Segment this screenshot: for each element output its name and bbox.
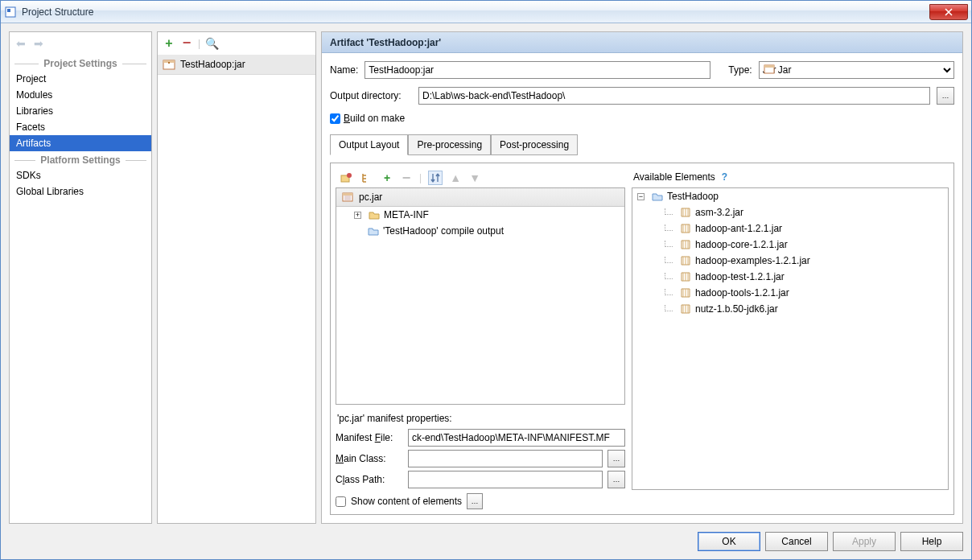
nav-modules[interactable]: Modules [10,87,151,103]
nav-libraries[interactable]: Libraries [10,103,151,119]
expand-icon[interactable]: + [354,212,361,219]
available-lib-item[interactable]: hadoop-tools-1.2.1.jar [632,285,948,301]
available-root[interactable]: − TestHadoop [632,188,948,204]
library-icon [679,238,692,251]
available-elements-tree[interactable]: − TestHadoop asm-3.2.jarhadoop-ant-1.2.1… [632,187,949,490]
add-element-icon[interactable]: + [381,171,393,184]
main-class-input[interactable] [408,450,603,467]
build-on-make-label: BBuild on makeuild on make [344,113,405,124]
library-icon [679,206,692,219]
tree-root-label: pc.jar [359,191,382,203]
available-lib-label: asm-3.2.jar [695,207,743,218]
library-icon [679,286,692,299]
show-content-label: Show content of elements [351,496,462,507]
layout-toolbar: + − | ▲ ▼ [336,168,625,187]
nav-artifacts[interactable]: Artifacts [10,135,151,151]
dialog-buttons: OK Cancel Apply Help [9,530,963,551]
show-content-config-button[interactable]: … [467,493,483,509]
titlebar: Project Structure [1,1,971,23]
collapse-icon[interactable]: − [637,193,645,200]
remove-element-icon[interactable]: − [400,171,413,184]
svg-rect-4 [168,62,170,64]
remove-icon[interactable]: − [180,37,193,50]
artifact-list-panel: + − | 🔍 TestHadoop:jar [157,31,316,524]
close-button[interactable] [929,4,968,20]
build-on-make-checkbox[interactable] [330,113,340,124]
browse-outdir-button[interactable]: … [937,87,954,105]
help-icon[interactable]: ? [722,171,727,183]
nav-sdks[interactable]: SDKs [10,167,151,183]
available-lib-item[interactable]: hadoop-ant-1.2.1.jar [632,220,948,237]
artifact-detail-panel: Artifact 'TestHadoop:jar' Name: Type: Ja… [321,31,963,524]
tab-post-processing[interactable]: Post-processing [491,134,578,155]
cancel-button[interactable]: Cancel [765,532,828,551]
output-dir-label: Output directory: [330,90,412,101]
available-lib-item[interactable]: asm-3.2.jar [632,204,948,220]
nav-project[interactable]: Project [10,71,151,87]
manifest-file-label: Manifest File: [336,432,403,443]
module-icon [651,190,664,203]
settings-nav: ⬅ ➡ Project Settings Project Modules Lib… [9,31,152,524]
available-lib-label: hadoop-ant-1.2.1.jar [695,223,782,234]
app-icon [4,6,17,19]
tab-pre-processing[interactable]: Pre-processing [408,134,491,155]
tree-node-label: META-INF [384,209,429,220]
forward-icon[interactable]: ➡ [32,37,45,50]
artifact-header: Artifact 'TestHadoop:jar' [322,32,962,53]
class-path-input[interactable] [408,471,603,488]
browse-class-path-button[interactable]: … [608,471,625,488]
available-lib-label: hadoop-tools-1.2.1.jar [695,287,789,299]
type-select[interactable]: Jar [759,61,954,79]
artifact-icon [163,58,175,71]
nav-facets[interactable]: Facets [10,119,151,135]
name-label: Name: [330,64,358,76]
available-lib-label: nutz-1.b.50-jdk6.jar [695,303,778,315]
show-content-checkbox[interactable] [336,496,346,507]
move-up-icon[interactable]: ▲ [449,171,462,184]
svg-point-8 [347,173,352,178]
platform-settings-header: Platform Settings [10,154,151,166]
nav-global-libraries[interactable]: Global Libraries [10,183,151,200]
available-lib-item[interactable]: hadoop-examples-1.2.1.jar [632,253,948,269]
manifest-file-input[interactable] [408,429,625,447]
tree-root[interactable]: pc.jar [336,188,624,207]
output-layout-pane: + − | ▲ ▼ pc.jar [330,163,954,515]
available-root-label: TestHadoop [667,191,719,202]
available-lib-label: hadoop-core-1.2.1.jar [695,239,788,250]
back-icon[interactable]: ⬅ [14,37,27,50]
library-icon [679,303,692,315]
sort-icon[interactable] [428,171,443,185]
artifact-list-item[interactable]: TestHadoop:jar [158,55,315,75]
apply-button[interactable]: Apply [833,532,896,551]
available-lib-label: hadoop-test-1.2.1.jar [695,271,785,282]
new-folder-icon[interactable] [339,171,353,185]
project-settings-header: Project Settings [10,58,151,69]
main-class-label: Main Class: [336,453,403,464]
output-layout-tree[interactable]: pc.jar + META-INF 'Te [336,187,625,405]
available-lib-item[interactable]: hadoop-core-1.2.1.jar [632,237,948,253]
artifact-list-item-label: TestHadoop:jar [180,59,245,70]
artifact-tabs: Output Layout Pre-processing Post-proces… [330,134,954,154]
available-lib-label: hadoop-examples-1.2.1.jar [695,255,810,266]
output-dir-input[interactable] [418,87,930,105]
tree-icon[interactable] [360,171,374,185]
add-icon[interactable]: + [163,37,175,50]
jar-icon [341,191,354,204]
nav-toolbar: ⬅ ➡ [10,32,151,55]
help-button[interactable]: Help [900,532,963,551]
library-icon [679,254,692,267]
available-lib-item[interactable]: nutz-1.b.50-jdk6.jar [632,301,948,317]
available-lib-item[interactable]: hadoop-test-1.2.1.jar [632,269,948,285]
name-input[interactable] [364,61,710,79]
ok-button[interactable]: OK [698,532,760,551]
move-down-icon[interactable]: ▼ [468,171,481,184]
search-icon[interactable]: 🔍 [205,37,218,50]
tab-output-layout[interactable]: Output Layout [330,134,408,155]
manifest-header: 'pc.jar' manifest properties: [336,410,625,427]
tree-node-compile[interactable]: 'TestHadoop' compile output [336,223,624,239]
tree-node-label: 'TestHadoop' compile output [383,225,504,237]
browse-main-class-button[interactable]: … [608,450,625,467]
type-label: Type: [728,64,752,76]
window-controls [929,4,968,20]
tree-node-folder[interactable]: + META-INF [336,207,624,223]
